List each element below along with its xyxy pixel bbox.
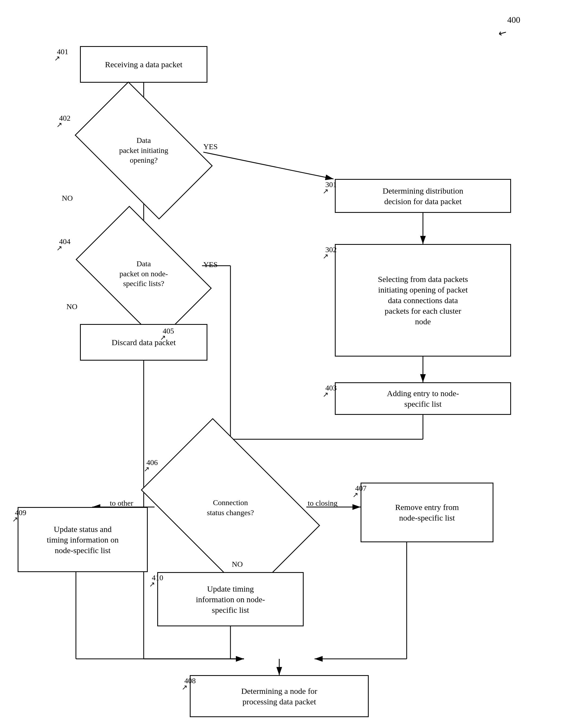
yes-label-402: YES [203,142,218,151]
ref-tilde-401: ↗ [54,54,60,63]
no-label-404: NO [66,302,77,311]
diamond-402-text: Datapacket initiatingopening? [119,136,168,165]
diamond-404: Datapacket on node-specific lists? [85,236,202,312]
box-302: Selecting from data packetsinitiating op… [335,244,511,357]
box-409: Update status andtiming information onno… [18,507,148,572]
yes-label-404: YES [203,260,218,269]
ref-tilde-409: ↗ [12,515,18,524]
no-label-402: NO [62,194,73,203]
diamond-402: Datapacket initiatingopening? [84,113,203,188]
no-label-406: NO [232,560,243,569]
box-407: Remove entry fromnode-specific list [361,483,493,542]
box-408: Determining a node forprocessing data pa… [190,675,369,717]
ref-tilde-410: ↗ [149,580,155,589]
ref-tilde-405: ↗ [160,333,166,342]
ref-tilde-402: ↗ [56,121,62,129]
flowchart-diagram: 400 ↙ [0,0,565,728]
box-410: Update timinginformation on node-specifi… [157,572,304,626]
box-403: Adding entry to node-specific list [335,382,511,415]
ref-tilde-302: ↗ [323,252,329,261]
diamond-406-text: Connectionstatus changes? [207,498,254,518]
to-other-label: to other [110,499,133,508]
ref-400: 400 [507,15,520,25]
diamond-406: Connectionstatus changes? [155,457,306,559]
diamond-404-text: Datapacket on node-specific lists? [120,259,168,288]
box-401: Receiving a data packet [80,46,207,83]
ref-400-arrow: ↙ [496,26,509,40]
ref-tilde-407: ↗ [352,491,358,499]
ref-tilde-408: ↗ [182,683,188,692]
svg-line-2 [195,150,333,179]
ref-tilde-404: ↗ [56,244,62,252]
ref-tilde-406: ↗ [144,465,150,473]
box-405: Discard data packet [80,324,207,361]
ref-tilde-301: ↗ [323,187,329,195]
to-closing-label: to closing [308,499,338,508]
box-301: Determining distributiondecision for dat… [335,179,511,213]
ref-tilde-403: ↗ [323,390,329,399]
